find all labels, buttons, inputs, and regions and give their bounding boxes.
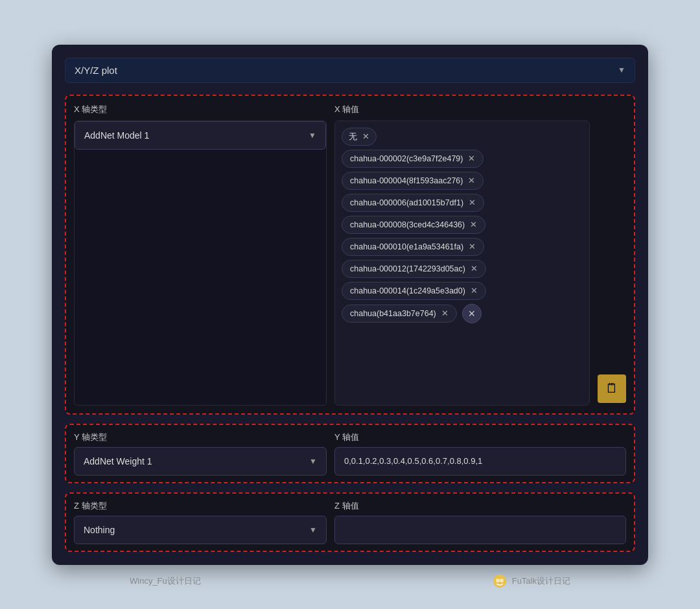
footer-left: Wincy_Fu设计日记 (130, 575, 201, 587)
x-tag-1-text: chahua-000002(c3e9a7f2e479) (350, 154, 463, 163)
x-axis-value-label: X 轴值 (334, 104, 590, 115)
x-tag-wu-text: 无 (349, 131, 357, 143)
x-tag-6-remove[interactable]: ✕ (471, 264, 478, 273)
svg-point-2 (500, 579, 504, 582)
x-tag-row-6: chahua-000012(1742293d05ac) ✕ (342, 260, 583, 278)
x-tag-row-8: chahua(b41aa3b7e764) ✕ ✕ (342, 304, 583, 323)
x-tag-wu-row: 无 ✕ (342, 128, 583, 146)
x-tag-5[interactable]: chahua-000010(e1a9a53461fa) ✕ (342, 238, 484, 256)
x-axis-type-arrow: ▼ (309, 131, 316, 140)
x-tag-2-text: chahua-000004(8f1593aac276) (350, 176, 463, 185)
z-axis-type-label: Z 轴类型 (74, 500, 327, 512)
x-tag-row-2: chahua-000004(8f1593aac276) ✕ (342, 172, 583, 190)
x-axis-type-value: AddNet Model 1 (84, 130, 149, 141)
x-axis-section: X 轴类型 AddNet Model 1 ▼ X 轴值 无 ✕ (65, 95, 635, 415)
y-axis-type-arrow: ▼ (309, 457, 317, 466)
y-axis-type-dropdown[interactable]: AddNet Weight 1 ▼ (74, 447, 327, 476)
x-tag-row-3: chahua-000006(ad10015b7df1) ✕ (342, 194, 583, 212)
x-tag-2-remove[interactable]: ✕ (468, 176, 475, 185)
x-tag-7[interactable]: chahua-000014(1c249a5e3ad0) ✕ (342, 282, 486, 300)
sticky-note-icon: 🗒 (605, 381, 618, 396)
x-axis-value-col: X 轴值 无 ✕ chahua-000002(c3e9a7f2e479) ✕ (334, 104, 590, 406)
x-tag-4-remove[interactable]: ✕ (470, 220, 477, 229)
x-tag-1-remove[interactable]: ✕ (468, 154, 475, 163)
x-tag-row-7: chahua-000014(1c249a5e3ad0) ✕ (342, 282, 583, 300)
x-axis-type-dropdown[interactable]: AddNet Model 1 ▼ (75, 121, 326, 150)
sticky-note-button[interactable]: 🗒 (598, 374, 626, 403)
z-axis-type-value: Nothing (84, 525, 115, 535)
x-tag-4-text: chahua-000008(3ced4c346436) (350, 220, 465, 229)
x-tag-3-text: chahua-000006(ad10015b7df1) (350, 198, 463, 207)
x-tag-8-text: chahua(b41aa3b7e764) (350, 309, 436, 318)
x-tags-clear-all-button[interactable]: ✕ (462, 304, 482, 323)
y-axis-value-input[interactable]: 0,0.1,0.2,0.3,0.4,0.5,0.6,0.7,0.8,0.9,1 (334, 447, 626, 476)
x-tag-row-5: chahua-000010(e1a9a53461fa) ✕ (342, 238, 583, 256)
main-card: X/Y/Z plot ▼ X 轴类型 AddNet Model 1 ▼ X 轴值 (52, 45, 648, 565)
xyz-plot-arrow: ▼ (618, 65, 625, 75)
x-axis-type-col: X 轴类型 AddNet Model 1 ▼ (74, 104, 327, 406)
x-tag-3-remove[interactable]: ✕ (469, 198, 476, 207)
footer: Wincy_Fu设计日记 FuTalk设计日记 (0, 574, 700, 588)
x-tag-row-1: chahua-000002(c3e9a7f2e479) ✕ (342, 150, 583, 168)
xyz-plot-selector[interactable]: X/Y/Z plot ▼ (65, 58, 635, 83)
futalk-logo-icon (493, 574, 507, 588)
x-tag-8[interactable]: chahua(b41aa3b7e764) ✕ (342, 304, 457, 323)
y-axis-value-col: Y 轴值 0,0.1,0.2,0.3,0.4,0.5,0.6,0.7,0.8,0… (334, 431, 626, 476)
footer-right: FuTalk设计日记 (493, 574, 570, 588)
x-tag-6-text: chahua-000012(1742293d05ac) (350, 264, 465, 273)
x-tag-7-remove[interactable]: ✕ (471, 286, 478, 295)
footer-right-text: FuTalk设计日记 (512, 575, 570, 587)
z-axis-type-arrow: ▼ (309, 525, 317, 534)
x-tag-wu-remove[interactable]: ✕ (362, 132, 369, 141)
z-axis-inner: Z 轴类型 Nothing ▼ Z 轴值 (74, 500, 626, 544)
z-axis-value-input[interactable] (334, 516, 626, 544)
z-axis-type-dropdown[interactable]: Nothing ▼ (74, 516, 327, 544)
x-tag-6[interactable]: chahua-000012(1742293d05ac) ✕ (342, 260, 486, 278)
y-axis-type-col: Y 轴类型 AddNet Weight 1 ▼ (74, 431, 327, 476)
x-tag-5-text: chahua-000010(e1a9a53461fa) (350, 242, 463, 251)
x-axis-type-label: X 轴类型 (74, 104, 327, 115)
x-tag-row-4: chahua-000008(3ced4c346436) ✕ (342, 216, 583, 234)
svg-point-0 (493, 575, 506, 588)
y-axis-value-label: Y 轴值 (334, 431, 626, 443)
x-tag-4[interactable]: chahua-000008(3ced4c346436) ✕ (342, 216, 485, 234)
x-tag-5-remove[interactable]: ✕ (469, 242, 476, 251)
x-tag-8-remove[interactable]: ✕ (441, 309, 449, 317)
y-axis-inner: Y 轴类型 AddNet Weight 1 ▼ Y 轴值 0,0.1,0.2,0… (74, 431, 626, 476)
y-axis-type-label: Y 轴类型 (74, 431, 327, 443)
z-axis-section: Z 轴类型 Nothing ▼ Z 轴值 (65, 492, 635, 552)
y-axis-type-value: AddNet Weight 1 (84, 456, 152, 466)
z-axis-type-col: Z 轴类型 Nothing ▼ (74, 500, 327, 544)
x-tag-3[interactable]: chahua-000006(ad10015b7df1) ✕ (342, 194, 484, 212)
x-tag-2[interactable]: chahua-000004(8f1593aac276) ✕ (342, 172, 484, 190)
y-axis-section: Y 轴类型 AddNet Weight 1 ▼ Y 轴值 0,0.1,0.2,0… (65, 424, 635, 483)
z-axis-value-col: Z 轴值 (334, 500, 626, 544)
svg-point-1 (496, 579, 500, 582)
x-tag-1[interactable]: chahua-000002(c3e9a7f2e479) ✕ (342, 150, 484, 168)
x-tag-wu[interactable]: 无 ✕ (342, 128, 377, 146)
x-axis-tags-container: 无 ✕ chahua-000002(c3e9a7f2e479) ✕ (334, 121, 590, 406)
y-axis-value-text: 0,0.1,0.2,0.3,0.4,0.5,0.6,0.7,0.8,0.9,1 (344, 456, 482, 466)
xyz-plot-label: X/Y/Z plot (75, 65, 618, 76)
z-axis-value-label: Z 轴值 (334, 500, 626, 512)
x-tag-7-text: chahua-000014(1c249a5e3ad0) (350, 286, 465, 295)
